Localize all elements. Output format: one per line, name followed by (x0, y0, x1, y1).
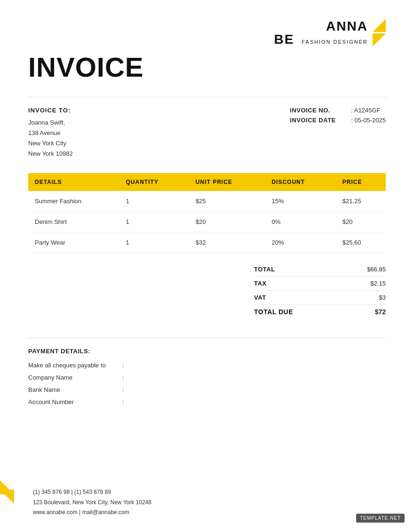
invoice-date-value: : 05-05-2025 (351, 117, 386, 124)
total-due-label: TOTAL DUE (254, 308, 293, 316)
tax-row: TAX $2.15 (254, 277, 386, 291)
cell-quantity: 1 (119, 212, 189, 232)
col-details: DETAILS (28, 173, 119, 191)
invoice-table: DETAILS QUANTITY UNIT PRICE DISCOUNT PRI… (28, 173, 386, 253)
vat-value: $3 (379, 294, 386, 301)
invoice-info-block: INVOICE NO. : A1245GF INVOICE DATE : 05-… (290, 107, 386, 159)
invoice-no-value: : A1245GF (351, 107, 380, 114)
payment-row: Company Name: (28, 372, 386, 384)
logo-triangles (373, 19, 386, 47)
total-value: $66.85 (367, 266, 386, 273)
triangle-bottom-icon (373, 33, 386, 47)
cell-details: Denim Shirt (28, 212, 119, 232)
table-header-row: DETAILS QUANTITY UNIT PRICE DISCOUNT PRI… (28, 173, 386, 191)
table-row: Party Wear1$3220%$25.60 (28, 232, 386, 253)
vat-row: VAT $3 (254, 291, 386, 305)
vat-label: VAT (254, 294, 266, 301)
payment-colon: : (122, 359, 124, 372)
cell-quantity: 1 (119, 191, 189, 212)
payment-colon: : (122, 396, 124, 408)
footer-phone: (1) 345 876 98 | (1) 543 678 89 (33, 487, 386, 498)
total-row: TOTAL $66.85 (254, 262, 386, 277)
invoice-to-content: Joanna Swift, 138 Avenue New York City N… (28, 118, 73, 159)
invoice-number-row: INVOICE NO. : A1245GF (290, 107, 380, 114)
footer-address: 123 Boulevard, New York City, New York 1… (33, 498, 386, 508)
header: ANNA BE FASHION DESIGNER (28, 19, 386, 47)
col-discount: DISCOUNT (265, 173, 335, 191)
cell-discount: 0% (265, 212, 335, 232)
total-label: TOTAL (254, 266, 275, 273)
invoice-date-row: INVOICE DATE : 05-05-2025 (290, 117, 386, 124)
divider-middle (28, 338, 386, 338)
tax-label: TAX (254, 280, 267, 287)
logo-name: ANNA BE FASHION DESIGNER (274, 20, 368, 46)
total-due-row: TOTAL DUE $72 (254, 305, 386, 319)
footer-web: www.annabe.com | mail@annabe.com (33, 508, 386, 518)
brand-sub: FASHION DESIGNER (302, 39, 368, 45)
footer-triangles (0, 480, 28, 518)
cell-details: Party Wear (28, 232, 119, 253)
payment-row: Account Number: (28, 396, 386, 408)
col-unit-price: UNIT PRICE (189, 173, 265, 191)
cell-unit_price: $25 (189, 191, 265, 212)
triangle-top-icon (373, 19, 386, 32)
invoice-to-label: INVOICE TO: (28, 107, 73, 114)
totals-block: TOTAL $66.85 TAX $2.15 VAT $3 TOTAL DUE … (254, 262, 386, 319)
invoice-page: ANNA BE FASHION DESIGNER INVOICE INVOICE… (0, 0, 414, 532)
cell-price: $25.60 (336, 232, 386, 253)
payment-colon: : (122, 372, 124, 384)
watermark: TEMPLATE.NET (356, 514, 405, 523)
payment-label: Bank Name (28, 384, 122, 396)
logo-text: ANNA BE FASHION DESIGNER (274, 20, 368, 46)
cell-price: $20 (336, 212, 386, 232)
payment-colon: : (122, 384, 124, 396)
client-address3: New York 10982 (28, 149, 73, 159)
tax-value: $2.15 (370, 280, 386, 287)
payment-row: Bank Name: (28, 384, 386, 396)
total-due-value: $72 (375, 308, 386, 316)
client-address1: 138 Avenue (28, 128, 73, 138)
client-name: Joanna Swift, (28, 118, 73, 128)
totals-section: TOTAL $66.85 TAX $2.15 VAT $3 TOTAL DUE … (28, 262, 386, 319)
payment-row: Make all cheques payable to: (28, 359, 386, 372)
cell-discount: 15% (265, 191, 335, 212)
footer: (1) 345 876 98 | (1) 543 678 89 123 Boul… (0, 480, 414, 532)
payment-label: Company Name (28, 372, 122, 384)
payment-label: Make all cheques payable to (28, 359, 122, 372)
invoice-to-block: INVOICE TO: Joanna Swift, 138 Avenue New… (28, 107, 73, 159)
table-row: Summer Fashion1$2515%$21.25 (28, 191, 386, 212)
invoice-date-label: INVOICE DATE (290, 117, 342, 124)
footer-triangle-bottom-icon (0, 490, 14, 504)
cell-unit_price: $32 (189, 232, 265, 253)
cell-discount: 20% (265, 232, 335, 253)
cell-unit_price: $20 (189, 212, 265, 232)
col-price: PRICE (336, 173, 386, 191)
payment-label: Account Number (28, 396, 122, 408)
invoice-meta: INVOICE TO: Joanna Swift, 138 Avenue New… (28, 107, 386, 159)
divider-top (28, 97, 386, 97)
logo-block: ANNA BE FASHION DESIGNER (274, 19, 386, 47)
col-quantity: QUANTITY (119, 173, 189, 191)
cell-quantity: 1 (119, 232, 189, 253)
payment-rows: Make all cheques payable to:Company Name… (28, 359, 386, 408)
table-row: Denim Shirt1$200%$20 (28, 212, 386, 232)
payment-title: PAYMENT DETAILS: (28, 348, 386, 355)
invoice-title: INVOICE (28, 51, 386, 83)
invoice-no-label: INVOICE NO. (290, 107, 342, 114)
cell-price: $21.25 (336, 191, 386, 212)
footer-info: (1) 345 876 98 | (1) 543 678 89 123 Boul… (28, 487, 386, 518)
client-address2: New York City (28, 138, 73, 149)
cell-details: Summer Fashion (28, 191, 119, 212)
payment-section: PAYMENT DETAILS: Make all cheques payabl… (28, 348, 386, 408)
